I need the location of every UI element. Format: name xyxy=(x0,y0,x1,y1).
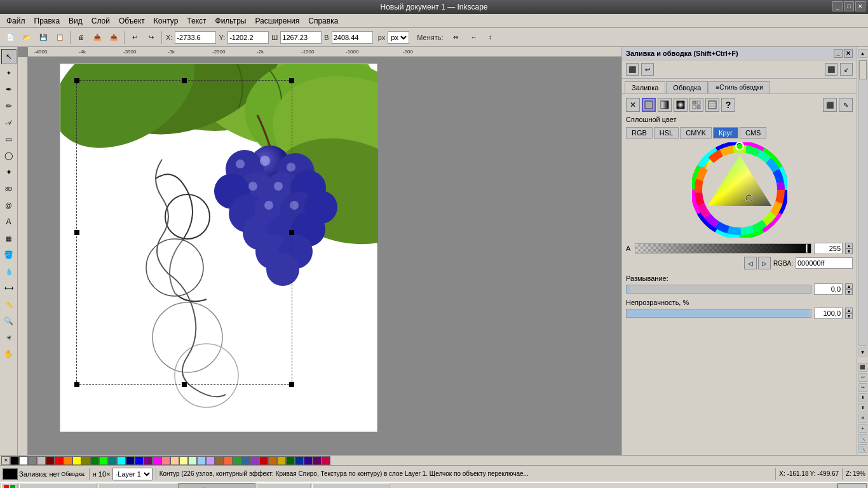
cm-rgb[interactable]: RGB xyxy=(626,127,653,139)
tab-fill[interactable]: Заливка xyxy=(625,81,665,93)
menu-edit[interactable]: Правка xyxy=(31,15,64,27)
tool-spray[interactable]: ✳ xyxy=(1,330,17,345)
panel-icon-4[interactable]: ↙ xyxy=(840,63,853,76)
pal-blue[interactable] xyxy=(135,456,144,465)
menu-file[interactable]: Файл xyxy=(3,15,29,27)
pal-steelblue[interactable] xyxy=(241,456,250,465)
pal-red[interactable] xyxy=(55,456,64,465)
menu-view[interactable]: Вид xyxy=(65,15,86,27)
tool-pen[interactable]: ✒ xyxy=(1,82,17,97)
pal-darkred[interactable] xyxy=(259,456,268,465)
pal-teal[interactable] xyxy=(108,456,117,465)
menu-object[interactable]: Объект xyxy=(115,15,149,27)
ps-icon-3[interactable]: ↪ xyxy=(858,383,867,392)
tool-pencil[interactable]: ✏ xyxy=(1,98,17,114)
rgba-copy[interactable]: ◁ xyxy=(744,257,757,269)
opacity-up[interactable]: ▲ xyxy=(845,308,853,313)
menu-filters[interactable]: Фильтры xyxy=(212,15,250,27)
ps-icon-6[interactable]: ✕ xyxy=(858,414,867,423)
tb-save[interactable]: 💾 xyxy=(36,30,51,45)
canvas-container[interactable] xyxy=(28,57,621,455)
pal-peach[interactable] xyxy=(170,456,179,465)
tool-ellipse[interactable]: ◯ xyxy=(1,148,17,163)
ps-icon-1[interactable]: ⬛ xyxy=(858,363,867,372)
pal-pink[interactable] xyxy=(161,456,170,465)
pal-crimson[interactable] xyxy=(322,456,330,465)
rgba-input[interactable] xyxy=(796,257,853,269)
color-wheel-svg[interactable] xyxy=(692,142,787,238)
fill-type-radial[interactable] xyxy=(674,98,688,112)
fill-type-mesh[interactable] xyxy=(689,98,703,112)
tb-save-copy[interactable]: 📋 xyxy=(52,30,67,45)
cm-cms[interactable]: CMS xyxy=(740,127,766,139)
tb-flip-v[interactable]: ↕ xyxy=(483,30,498,45)
menu-path[interactable]: Контур xyxy=(150,15,182,27)
fill-type-none[interactable]: ✕ xyxy=(626,98,640,112)
pal-forestgreen[interactable] xyxy=(233,456,241,465)
panel-icon-1[interactable]: ⬛ xyxy=(626,63,639,76)
menu-help[interactable]: Справка xyxy=(304,15,342,27)
taskbar-item-3[interactable]: Новый документ 1... xyxy=(179,484,255,488)
cm-wheel[interactable]: Круг xyxy=(713,127,738,139)
panel-minimize[interactable]: _ xyxy=(834,49,843,58)
fill-type-unknown[interactable]: ? xyxy=(721,98,735,112)
fill-color-swatch[interactable]: ⬛ xyxy=(823,98,837,112)
pal-navy[interactable] xyxy=(126,456,135,465)
x-input[interactable] xyxy=(175,31,216,44)
tool-text[interactable]: A xyxy=(1,214,17,229)
pal-green[interactable] xyxy=(90,456,99,465)
maximize-button[interactable]: □ xyxy=(844,1,854,11)
pal-orange[interactable] xyxy=(64,456,72,465)
tool-gradient[interactable]: ▦ xyxy=(1,231,17,246)
pal-indigo[interactable] xyxy=(304,456,313,465)
tool-select[interactable]: ↖ xyxy=(1,49,17,64)
tb-export[interactable]: 📤 xyxy=(106,30,121,45)
tb-flip-h[interactable]: ↔ xyxy=(466,30,482,45)
palette-none[interactable]: ✕ xyxy=(1,456,10,465)
taskbar-item-2[interactable]: SimpleScreenRecor... xyxy=(98,484,177,488)
tool-star[interactable]: ✦ xyxy=(1,165,17,180)
opacity-down[interactable]: ▼ xyxy=(845,313,853,319)
pal-lightblue[interactable] xyxy=(197,456,206,465)
fill-type-flat[interactable] xyxy=(642,98,656,112)
pal-gray[interactable] xyxy=(28,456,37,465)
ps-thumb[interactable] xyxy=(859,60,867,79)
taskbar-item-4[interactable]: [Новая папка xyxy=(257,484,311,488)
panel-icon-2[interactable]: ↩ xyxy=(641,63,654,76)
blur-down[interactable]: ▼ xyxy=(845,289,853,295)
taskbar-item-5[interactable]: [simplescreen recor... xyxy=(312,484,390,488)
alpha-value-input[interactable] xyxy=(814,243,843,254)
panel-close[interactable]: ✕ xyxy=(844,49,853,58)
opacity-slider[interactable] xyxy=(626,309,811,318)
close-button[interactable]: ✕ xyxy=(855,1,865,11)
tb-open[interactable]: 📂 xyxy=(19,30,34,45)
pal-maroon[interactable] xyxy=(46,456,55,465)
fill-type-linear[interactable] xyxy=(658,98,672,112)
menu-text[interactable]: Текст xyxy=(183,15,210,27)
pal-violet[interactable] xyxy=(250,456,259,465)
pal-coral[interactable] xyxy=(224,456,233,465)
pal-silver[interactable] xyxy=(37,456,46,465)
pal-white[interactable] xyxy=(19,456,28,465)
alpha-slider[interactable] xyxy=(635,243,811,254)
ps-icon-5[interactable]: ⬆ xyxy=(858,403,867,412)
taskbar-item-1[interactable]: Занятие 6. Рисуем... xyxy=(19,484,97,488)
tool-zoom[interactable]: 🔍 xyxy=(1,313,17,329)
opacity-value[interactable] xyxy=(814,308,843,319)
cm-cmyk[interactable]: CMYK xyxy=(680,127,712,139)
pal-lavender[interactable] xyxy=(206,456,215,465)
tool-calligraphy[interactable]: 𝒜 xyxy=(1,115,17,130)
tool-paint[interactable]: 🪣 xyxy=(1,247,17,262)
tb-lock-wh[interactable]: ⇔ xyxy=(446,30,465,45)
pal-darkorange[interactable] xyxy=(268,456,277,465)
w-input[interactable] xyxy=(280,31,322,44)
rgba-paste[interactable]: ▷ xyxy=(758,257,771,269)
tool-hand[interactable]: ✋ xyxy=(1,346,17,362)
blur-slider[interactable] xyxy=(626,285,811,294)
minimize-button[interactable]: _ xyxy=(832,1,843,11)
tb-new[interactable]: 📄 xyxy=(3,30,18,45)
pal-cyan[interactable] xyxy=(117,456,126,465)
blur-value[interactable] xyxy=(814,283,843,295)
pal-gold[interactable] xyxy=(277,456,286,465)
tb-print[interactable]: 🖨 xyxy=(73,30,88,45)
